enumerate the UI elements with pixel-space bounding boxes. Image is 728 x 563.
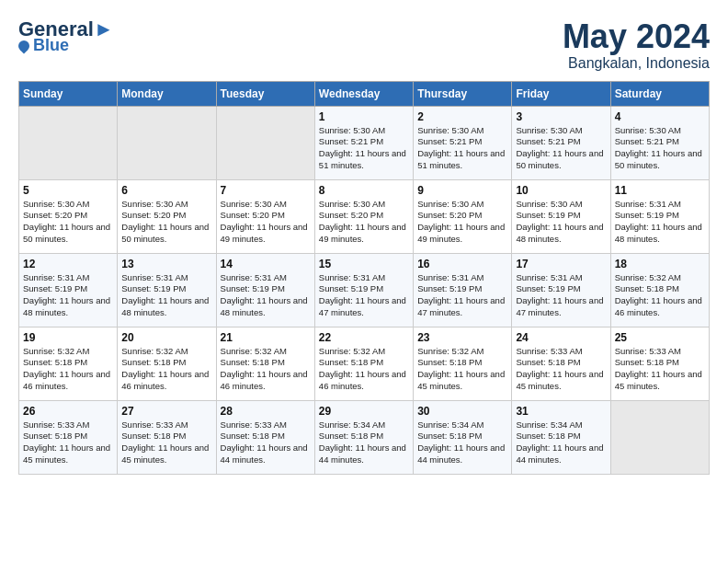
day-number: 24 xyxy=(516,331,606,344)
calendar-cell: 22Sunrise: 5:32 AM Sunset: 5:18 PM Dayli… xyxy=(314,327,413,400)
day-number: 6 xyxy=(121,184,211,197)
day-number: 10 xyxy=(516,184,606,197)
day-number: 29 xyxy=(319,405,409,418)
cell-info: Sunrise: 5:30 AM Sunset: 5:20 PM Dayligh… xyxy=(221,199,311,246)
cell-info: Sunrise: 5:32 AM Sunset: 5:18 PM Dayligh… xyxy=(615,272,705,319)
calendar-cell: 27Sunrise: 5:33 AM Sunset: 5:18 PM Dayli… xyxy=(118,400,216,474)
calendar-cell xyxy=(216,106,314,179)
title-block: May 2024 Bangkalan, Indonesia xyxy=(563,18,710,72)
cell-info: Sunrise: 5:30 AM Sunset: 5:21 PM Dayligh… xyxy=(417,125,507,172)
calendar-week-row: 26Sunrise: 5:33 AM Sunset: 5:18 PM Dayli… xyxy=(19,400,710,474)
cell-info: Sunrise: 5:33 AM Sunset: 5:18 PM Dayligh… xyxy=(121,419,211,466)
day-number: 12 xyxy=(23,258,113,270)
calendar-cell: 5Sunrise: 5:30 AM Sunset: 5:20 PM Daylig… xyxy=(19,179,118,253)
calendar-cell: 14Sunrise: 5:31 AM Sunset: 5:19 PM Dayli… xyxy=(216,253,314,327)
day-number: 2 xyxy=(417,110,507,123)
cell-info: Sunrise: 5:31 AM Sunset: 5:19 PM Dayligh… xyxy=(516,272,606,319)
day-number: 30 xyxy=(417,405,507,418)
calendar-cell: 3Sunrise: 5:30 AM Sunset: 5:21 PM Daylig… xyxy=(512,106,610,179)
day-number: 23 xyxy=(417,331,507,344)
cell-info: Sunrise: 5:31 AM Sunset: 5:19 PM Dayligh… xyxy=(417,272,507,319)
day-number: 16 xyxy=(417,258,507,270)
day-number: 21 xyxy=(221,331,311,344)
day-number: 19 xyxy=(23,331,113,344)
calendar-cell: 21Sunrise: 5:32 AM Sunset: 5:18 PM Dayli… xyxy=(216,327,314,400)
calendar-cell: 29Sunrise: 5:34 AM Sunset: 5:18 PM Dayli… xyxy=(314,400,413,474)
cell-info: Sunrise: 5:31 AM Sunset: 5:19 PM Dayligh… xyxy=(23,272,113,319)
calendar-cell: 11Sunrise: 5:31 AM Sunset: 5:19 PM Dayli… xyxy=(610,179,709,253)
calendar-week-row: 5Sunrise: 5:30 AM Sunset: 5:20 PM Daylig… xyxy=(19,179,710,253)
cell-info: Sunrise: 5:30 AM Sunset: 5:20 PM Dayligh… xyxy=(319,199,409,246)
cell-info: Sunrise: 5:34 AM Sunset: 5:18 PM Dayligh… xyxy=(319,419,409,466)
calendar-cell: 10Sunrise: 5:30 AM Sunset: 5:19 PM Dayli… xyxy=(512,179,610,253)
day-number: 27 xyxy=(121,405,211,418)
day-number: 28 xyxy=(221,405,311,418)
column-header-monday: Monday xyxy=(118,81,216,106)
cell-info: Sunrise: 5:30 AM Sunset: 5:21 PM Dayligh… xyxy=(516,125,606,172)
day-number: 17 xyxy=(516,258,606,270)
calendar-week-row: 12Sunrise: 5:31 AM Sunset: 5:19 PM Dayli… xyxy=(19,253,710,327)
location: Bangkalan, Indonesia xyxy=(563,55,710,72)
cell-info: Sunrise: 5:34 AM Sunset: 5:18 PM Dayligh… xyxy=(417,419,507,466)
day-number: 15 xyxy=(319,258,409,270)
cell-info: Sunrise: 5:33 AM Sunset: 5:18 PM Dayligh… xyxy=(221,419,311,466)
column-header-saturday: Saturday xyxy=(610,81,709,106)
cell-info: Sunrise: 5:32 AM Sunset: 5:18 PM Dayligh… xyxy=(221,346,311,393)
calendar-cell xyxy=(19,106,118,179)
calendar-cell: 31Sunrise: 5:34 AM Sunset: 5:18 PM Dayli… xyxy=(512,400,610,474)
cell-info: Sunrise: 5:34 AM Sunset: 5:18 PM Dayligh… xyxy=(516,419,606,466)
day-number: 1 xyxy=(319,110,409,123)
calendar-cell: 25Sunrise: 5:33 AM Sunset: 5:18 PM Dayli… xyxy=(610,327,709,400)
calendar-cell: 16Sunrise: 5:31 AM Sunset: 5:19 PM Dayli… xyxy=(414,253,512,327)
day-number: 31 xyxy=(516,405,606,418)
day-number: 7 xyxy=(221,184,311,197)
calendar-cell: 7Sunrise: 5:30 AM Sunset: 5:20 PM Daylig… xyxy=(216,179,314,253)
day-number: 8 xyxy=(319,184,409,197)
cell-info: Sunrise: 5:31 AM Sunset: 5:19 PM Dayligh… xyxy=(121,272,211,319)
cell-info: Sunrise: 5:32 AM Sunset: 5:18 PM Dayligh… xyxy=(319,346,409,393)
calendar-cell: 24Sunrise: 5:33 AM Sunset: 5:18 PM Dayli… xyxy=(512,327,610,400)
cell-info: Sunrise: 5:30 AM Sunset: 5:20 PM Dayligh… xyxy=(121,199,211,246)
day-number: 13 xyxy=(121,258,211,270)
calendar-cell: 18Sunrise: 5:32 AM Sunset: 5:18 PM Dayli… xyxy=(610,253,709,327)
cell-info: Sunrise: 5:33 AM Sunset: 5:18 PM Dayligh… xyxy=(516,346,606,393)
cell-info: Sunrise: 5:30 AM Sunset: 5:20 PM Dayligh… xyxy=(417,199,507,246)
day-number: 25 xyxy=(615,331,705,344)
calendar-cell: 28Sunrise: 5:33 AM Sunset: 5:18 PM Dayli… xyxy=(216,400,314,474)
day-number: 26 xyxy=(23,405,113,418)
calendar-cell: 9Sunrise: 5:30 AM Sunset: 5:20 PM Daylig… xyxy=(414,179,512,253)
cell-info: Sunrise: 5:30 AM Sunset: 5:21 PM Dayligh… xyxy=(319,125,409,172)
day-number: 4 xyxy=(615,110,705,123)
cell-info: Sunrise: 5:32 AM Sunset: 5:18 PM Dayligh… xyxy=(23,346,113,393)
calendar-cell: 2Sunrise: 5:30 AM Sunset: 5:21 PM Daylig… xyxy=(414,106,512,179)
column-header-friday: Friday xyxy=(512,81,610,106)
cell-info: Sunrise: 5:31 AM Sunset: 5:19 PM Dayligh… xyxy=(319,272,409,319)
calendar-cell: 13Sunrise: 5:31 AM Sunset: 5:19 PM Dayli… xyxy=(118,253,216,327)
day-number: 3 xyxy=(516,110,606,123)
calendar-cell: 30Sunrise: 5:34 AM Sunset: 5:18 PM Dayli… xyxy=(414,400,512,474)
cell-info: Sunrise: 5:32 AM Sunset: 5:18 PM Dayligh… xyxy=(121,346,211,393)
calendar-cell: 20Sunrise: 5:32 AM Sunset: 5:18 PM Dayli… xyxy=(118,327,216,400)
cell-info: Sunrise: 5:30 AM Sunset: 5:21 PM Dayligh… xyxy=(615,125,705,172)
logo-blue: Blue xyxy=(33,37,69,55)
calendar-cell: 26Sunrise: 5:33 AM Sunset: 5:18 PM Dayli… xyxy=(19,400,118,474)
day-number: 5 xyxy=(23,184,113,197)
calendar-cell: 19Sunrise: 5:32 AM Sunset: 5:18 PM Dayli… xyxy=(19,327,118,400)
calendar-cell: 1Sunrise: 5:30 AM Sunset: 5:21 PM Daylig… xyxy=(314,106,413,179)
calendar-cell xyxy=(610,400,709,474)
page-header: General► Blue May 2024 Bangkalan, Indone… xyxy=(18,18,710,72)
cell-info: Sunrise: 5:33 AM Sunset: 5:18 PM Dayligh… xyxy=(23,419,113,466)
calendar-cell xyxy=(118,106,216,179)
cell-info: Sunrise: 5:33 AM Sunset: 5:18 PM Dayligh… xyxy=(615,346,705,393)
month-title: May 2024 xyxy=(563,18,710,55)
calendar-header-row: SundayMondayTuesdayWednesdayThursdayFrid… xyxy=(19,81,710,106)
cell-info: Sunrise: 5:30 AM Sunset: 5:20 PM Dayligh… xyxy=(23,199,113,246)
cell-info: Sunrise: 5:31 AM Sunset: 5:19 PM Dayligh… xyxy=(221,272,311,319)
calendar-cell: 15Sunrise: 5:31 AM Sunset: 5:19 PM Dayli… xyxy=(314,253,413,327)
day-number: 11 xyxy=(615,184,705,197)
day-number: 18 xyxy=(615,258,705,270)
column-header-tuesday: Tuesday xyxy=(216,81,314,106)
column-header-sunday: Sunday xyxy=(19,81,118,106)
day-number: 20 xyxy=(121,331,211,344)
column-header-wednesday: Wednesday xyxy=(314,81,413,106)
